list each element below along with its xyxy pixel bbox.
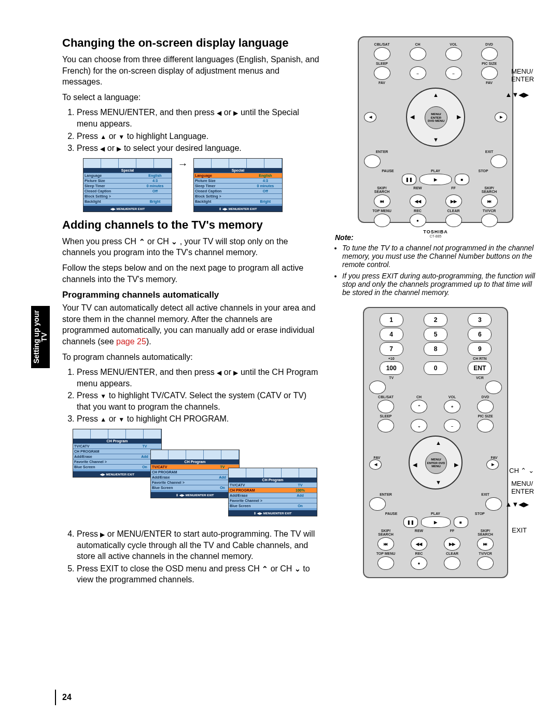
ch-up-icon bbox=[262, 564, 268, 573]
up-arrow-icon bbox=[100, 132, 106, 141]
ch-up-icon bbox=[139, 237, 145, 246]
text: You can choose from three different lang… bbox=[62, 54, 321, 88]
callout-menu-enter: MENU/ ENTER bbox=[511, 67, 534, 83]
down-arrow-icon bbox=[118, 132, 124, 141]
note-item: To tune the TV to a channel not programm… bbox=[342, 244, 536, 269]
callout-ch: CH ⌃ ⌄ bbox=[509, 467, 534, 474]
menu-enter-button: MENU/ ENTER DVD MENU bbox=[425, 106, 447, 129]
callout-menu-enter-2: MENU/ ENTER bbox=[511, 480, 534, 495]
down-arrow-icon bbox=[100, 391, 106, 400]
osd-menu-special-2: Special LanguageEnglish Picture Size4:3 … bbox=[193, 158, 283, 212]
osd-menu-ch-1: CH Program TV/CATVTV CH PROGRAM Add/Eras… bbox=[73, 429, 162, 478]
callout-arrows: ▲▼◀▶ bbox=[505, 91, 529, 99]
remote-illustration-full: 123 456 789 +10CH RTN 1000ENT TVVCR CBL/… bbox=[363, 307, 508, 578]
menu-enter-button: MENU/ ENTER DVD MENU bbox=[425, 452, 447, 474]
text: When you press CH or CH , your TV will s… bbox=[62, 236, 321, 258]
side-column: CBL/SATCHVOLDVD SLEEPPIC SIZE –– FAVFAV … bbox=[332, 36, 539, 590]
up-arrow-icon bbox=[100, 414, 106, 423]
main-column: Changing the on-screen display language … bbox=[62, 36, 332, 590]
list-item: Press MENU/ENTER, and then press or unti… bbox=[77, 367, 321, 389]
remote-brand: TOSHIBA bbox=[364, 229, 507, 234]
text: Follow the steps below and on the next p… bbox=[62, 262, 321, 285]
right-arrow-icon: → bbox=[177, 158, 188, 170]
remote-model: CT-885 bbox=[364, 234, 507, 238]
page-number: 24 bbox=[62, 693, 72, 702]
note-item: If you press EXIT during auto-programmin… bbox=[342, 272, 536, 297]
list-item: Press or to highlight CH PROGRAM. bbox=[77, 413, 321, 425]
dpad: ▲▼◀▶ MENU/ ENTER DVD MENU bbox=[409, 436, 463, 489]
subheading-programming: Programming channels automatically bbox=[62, 290, 321, 300]
left-arrow-icon bbox=[217, 368, 221, 376]
dpad: ▲▼◀▶ MENU/ ENTER DVD MENU bbox=[406, 88, 465, 147]
osd-menu-special-1: Special LanguageEnglish Picture Size4:3 … bbox=[83, 158, 172, 212]
osd-ch-cascade: CH Program TV/CATVTV CH PROGRAM Add/Eras… bbox=[73, 429, 321, 522]
note-block: Note: To tune the TV to a channel not pr… bbox=[332, 233, 539, 297]
page-link[interactable]: page 25 bbox=[116, 337, 146, 346]
text: Your TV can automatically detect all act… bbox=[62, 302, 321, 347]
ch-down-icon bbox=[171, 237, 177, 246]
section-tab: Setting up your TV bbox=[31, 306, 50, 368]
right-arrow-icon bbox=[100, 529, 105, 538]
osd-menu-ch-2: CH Program TV/CATVTV CH PROGRAM Add/Eras… bbox=[150, 450, 240, 498]
heading-language: Changing the on-screen display language bbox=[62, 36, 321, 50]
list-item: Press or to select your desired language… bbox=[77, 143, 321, 154]
osd-special-pair: Special LanguageEnglish Picture Size4:3 … bbox=[83, 158, 321, 212]
list-item: Press or to highlight Language. bbox=[77, 131, 321, 142]
down-arrow-icon bbox=[118, 414, 124, 423]
left-arrow-icon bbox=[100, 144, 105, 152]
heading-channels: Adding channels to the TV's memory bbox=[62, 218, 321, 232]
left-arrow-icon bbox=[217, 108, 221, 117]
list-item: Press MENU/ENTER, and then press or unti… bbox=[77, 107, 321, 129]
list-item: Press or MENU/ENTER to start auto-progra… bbox=[77, 528, 321, 562]
text: To program channels automatically: bbox=[62, 352, 321, 363]
osd-menu-ch-3: CH Program TV/CATVTV CH PROGRAM100% Add/… bbox=[228, 468, 317, 516]
callout-arrows-2: ▲▼◀▶ bbox=[505, 500, 529, 508]
list-item: Press EXIT to close the OSD menu and pre… bbox=[77, 563, 321, 585]
list-item: Press to highlight TV/CATV. Select the s… bbox=[77, 390, 321, 412]
ch-down-icon bbox=[295, 564, 301, 573]
remote-illustration-top: CBL/SATCHVOLDVD SLEEPPIC SIZE –– FAVFAV … bbox=[358, 36, 513, 223]
text: To select a language: bbox=[62, 92, 321, 103]
callout-exit: EXIT bbox=[512, 526, 527, 534]
